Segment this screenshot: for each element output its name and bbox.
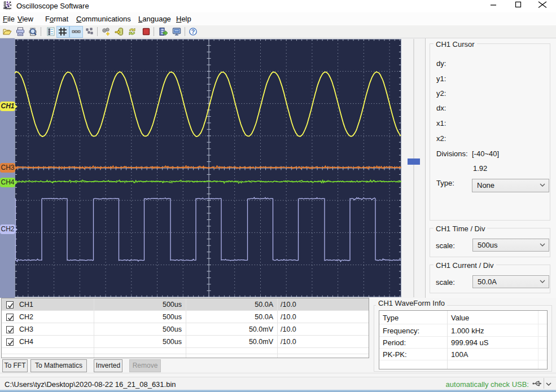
svg-text:?: ? <box>191 28 195 35</box>
